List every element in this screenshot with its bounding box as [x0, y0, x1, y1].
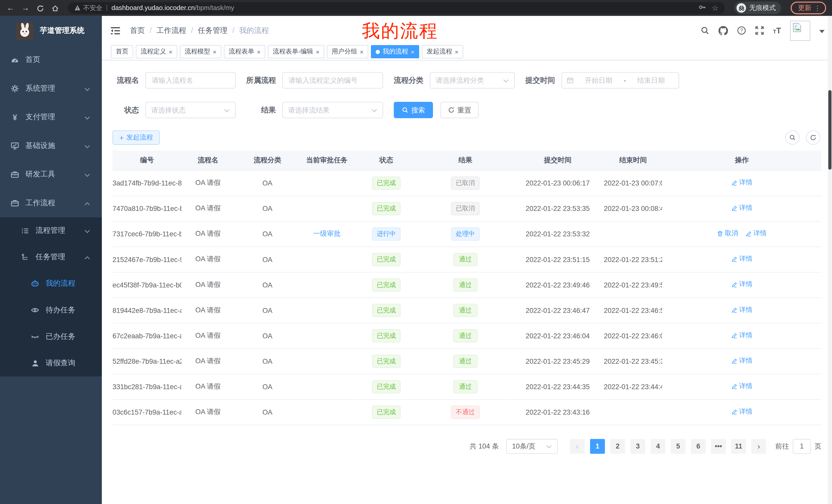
- sidebar-item-infra[interactable]: 基础设施: [0, 132, 102, 160]
- fullscreen-icon[interactable]: [755, 26, 764, 35]
- tab[interactable]: 发起流程 ×: [422, 45, 463, 58]
- table-row[interactable]: 03c6c157-7b9a-11ec-a290-acde48001122 OA …: [113, 399, 822, 425]
- breadcrumb-item[interactable]: 任务管理: [186, 26, 228, 35]
- next-page-button[interactable]: ›: [751, 439, 766, 454]
- table-row[interactable]: 7470a810-7b9b-11ec-b5b7-acde48001122 OA …: [113, 196, 822, 221]
- page-button[interactable]: •••: [711, 439, 726, 454]
- reload-icon[interactable]: [35, 0, 46, 16]
- page-button[interactable]: 1: [590, 439, 605, 454]
- cell-actions: 详情: [662, 272, 822, 298]
- table-row[interactable]: 2152467e-7b9b-11ec-9a1b-acde48001122 OA …: [113, 247, 822, 272]
- scrollbar-thumb[interactable]: [828, 90, 831, 170]
- sidebar-item-workflow[interactable]: 工作流程: [0, 189, 102, 217]
- tab-close-icon[interactable]: ×: [360, 49, 363, 55]
- collapse-menu-icon[interactable]: [110, 26, 120, 35]
- avatar-caret-icon[interactable]: [820, 26, 825, 35]
- detail-link[interactable]: 详情: [731, 280, 753, 289]
- process-name-input[interactable]: [145, 72, 235, 89]
- detail-link[interactable]: 详情: [731, 356, 753, 365]
- tab[interactable]: 流程定义 ×: [136, 45, 177, 58]
- start-date-placeholder[interactable]: 开始日期: [576, 76, 621, 85]
- sidebar-item-home[interactable]: 首页: [0, 46, 102, 74]
- refresh-table-icon[interactable]: [806, 131, 821, 145]
- tab[interactable]: 流程表单-编辑 ×: [268, 45, 324, 58]
- tab-close-icon[interactable]: ×: [169, 49, 172, 55]
- sidebar-item-payment[interactable]: ¥ 支付管理: [0, 103, 102, 131]
- page-size-select[interactable]: 10条/页: [506, 439, 558, 454]
- category-select[interactable]: 请选择流程分类: [430, 72, 515, 89]
- page-button[interactable]: 2: [610, 439, 625, 454]
- password-key-icon[interactable]: [699, 3, 706, 12]
- prev-page-button[interactable]: ‹: [570, 439, 585, 454]
- page-button[interactable]: 4: [650, 439, 666, 454]
- sidebar-item-task-mgmt[interactable]: 任务管理: [0, 244, 102, 270]
- avatar[interactable]: [790, 20, 810, 40]
- table-row[interactable]: 819442e8-7b9a-11ec-a290-acde48001122 OA …: [113, 298, 822, 323]
- breadcrumb-item[interactable]: 工作流程: [145, 26, 186, 35]
- sidebar-item-process-mgmt[interactable]: 流程管理: [0, 217, 102, 244]
- tab-close-icon[interactable]: ×: [455, 49, 459, 55]
- result-select[interactable]: 请选择流结果: [282, 102, 383, 118]
- tab-close-icon[interactable]: ×: [213, 49, 216, 55]
- tab-close-icon[interactable]: ×: [316, 49, 319, 55]
- table-row[interactable]: 7317cec6-7b9b-11ec-b5b7-acde48001122 OA …: [113, 221, 822, 247]
- detail-link[interactable]: 详情: [731, 204, 753, 213]
- task-link[interactable]: 一级审批: [313, 230, 341, 237]
- detail-link[interactable]: 详情: [731, 382, 753, 391]
- detail-link[interactable]: 详情: [731, 331, 753, 340]
- back-icon[interactable]: ←: [5, 0, 16, 16]
- tab[interactable]: 首页: [111, 45, 133, 58]
- breadcrumb-item[interactable]: 首页: [130, 26, 145, 35]
- cancel-link[interactable]: 取消: [717, 229, 738, 238]
- search-icon[interactable]: [700, 26, 709, 35]
- browser-menu-icon[interactable]: ⋮: [814, 4, 821, 12]
- bookmark-star-icon[interactable]: ☆: [712, 4, 718, 12]
- sidebar-item-leave-query[interactable]: 请假查询: [0, 350, 102, 376]
- tab-close-icon[interactable]: ×: [257, 49, 260, 55]
- github-icon[interactable]: [718, 26, 728, 35]
- forward-icon[interactable]: →: [20, 0, 31, 16]
- table-row[interactable]: 67c2eaab-7b9a-11ec-a290-acde48001122 OA …: [113, 323, 822, 348]
- page-button[interactable]: 5: [671, 439, 686, 454]
- detail-link[interactable]: 详情: [731, 305, 753, 314]
- table-row[interactable]: 331bc281-7b9a-11ec-a290-acde48001122 OA …: [113, 374, 822, 399]
- table-row[interactable]: ec45f38f-7b9a-11ec-b03b-acde48001122 OA …: [113, 272, 822, 298]
- font-size-icon[interactable]: TT: [773, 26, 781, 35]
- tab[interactable]: 用户分组 ×: [327, 45, 368, 58]
- page-button[interactable]: 3: [630, 439, 645, 454]
- parent-process-input[interactable]: [282, 72, 383, 89]
- reset-button[interactable]: 重置: [440, 102, 479, 118]
- submit-time-daterange[interactable]: 开始日期 - 结束日期: [562, 72, 679, 89]
- search-button[interactable]: 搜索: [394, 102, 433, 118]
- tab[interactable]: 流程模型 ×: [180, 45, 222, 58]
- breadcrumb-item[interactable]: 我的流程: [228, 26, 269, 35]
- status-select[interactable]: 请选择状态: [145, 102, 235, 118]
- page-button[interactable]: 6: [691, 439, 706, 454]
- table-row[interactable]: 3ad174fb-7b9d-11ec-8404-acde48001122 OA …: [113, 170, 822, 195]
- detail-link[interactable]: 详情: [731, 408, 753, 416]
- sidebar-item-system[interactable]: 系统管理: [0, 74, 102, 103]
- security-warning[interactable]: 不安全: [74, 3, 102, 12]
- sidebar-item-todo-tasks[interactable]: 待办任务: [0, 297, 102, 324]
- app-logo-row[interactable]: 芋道管理系统: [0, 16, 102, 46]
- page-button[interactable]: 11: [731, 439, 746, 454]
- browser-update-button[interactable]: 更新 ⋮: [790, 2, 826, 15]
- show-search-icon[interactable]: [785, 131, 800, 145]
- sidebar-item-my-process[interactable]: 我的流程: [0, 271, 102, 297]
- tab-close-icon[interactable]: ×: [411, 49, 414, 55]
- sidebar-item-done-tasks[interactable]: 已办任务: [0, 324, 102, 350]
- tab[interactable]: 流程表单 ×: [224, 45, 265, 58]
- table-row[interactable]: 52ffd28e-7b9a-11ec-a290-acde48001122 OA …: [113, 348, 822, 374]
- sidebar-item-devtools[interactable]: 研发工具: [0, 160, 102, 189]
- help-icon[interactable]: ?: [737, 26, 746, 35]
- detail-link[interactable]: 详情: [731, 178, 753, 187]
- home-icon[interactable]: [50, 0, 60, 16]
- create-process-button[interactable]: + 发起流程: [113, 131, 160, 145]
- detail-link[interactable]: 详情: [745, 229, 767, 238]
- jump-page-input[interactable]: [793, 439, 811, 454]
- address-bar[interactable]: 不安全 dashboard.yudao.iocoder.cn/bpm/task/…: [68, 2, 725, 13]
- end-date-placeholder[interactable]: 结束日期: [628, 76, 674, 85]
- detail-link[interactable]: 详情: [731, 255, 753, 263]
- scrollbar-track[interactable]: [828, 16, 832, 504]
- tab[interactable]: 我的流程 ×: [371, 45, 419, 58]
